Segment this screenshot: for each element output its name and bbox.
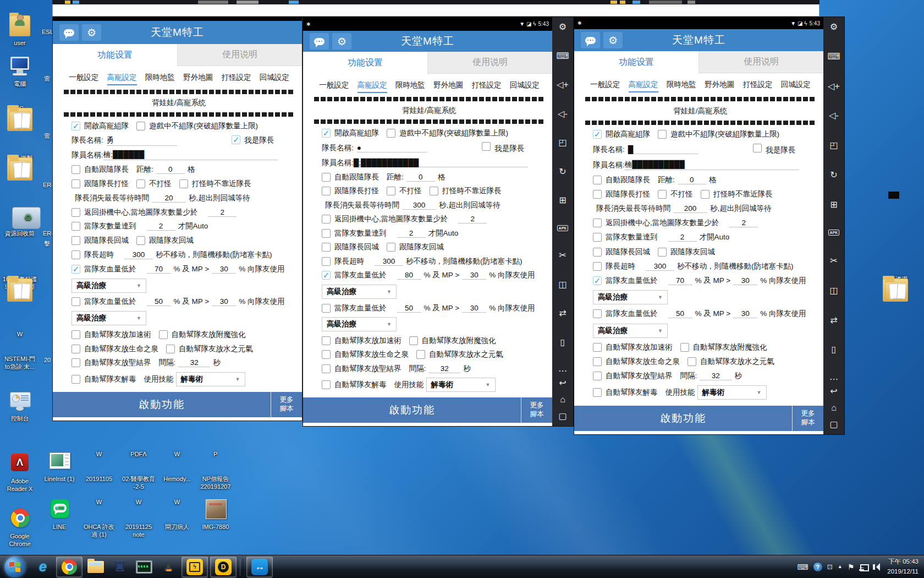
scissors-icon[interactable]: ✂ — [559, 251, 566, 260]
tab-instructions[interactable]: 使用说明 — [698, 51, 823, 73]
desktop-icon-開刀病人[interactable]: W開刀病人 — [157, 498, 197, 531]
auto-detox-checkbox[interactable] — [593, 388, 602, 397]
speed-buff-checkbox[interactable] — [322, 336, 331, 345]
no-approach-when-attack-checkbox[interactable] — [701, 190, 710, 199]
i-am-leader-checkbox[interactable] — [753, 144, 762, 152]
speed-buff-checkbox[interactable] — [593, 343, 602, 352]
more-scripts-button[interactable]: 更多腳本 — [521, 397, 552, 423]
taskbar-multi-instance[interactable]: ϟ — [182, 557, 208, 577]
start-function-button[interactable]: 啟動功能 — [303, 397, 521, 423]
desktop-icon-LineInst-1-[interactable]: LineInst (1) — [40, 450, 79, 483]
open-pet-team-checkbox[interactable]: ✓ — [322, 129, 331, 138]
subtab-2[interactable]: 限時地監 — [667, 79, 696, 92]
subtab-3[interactable]: 野外地圖 — [705, 79, 734, 92]
desktop-icon-108年專科護[interactable]: 108年專科護理師 - 複製 — [0, 275, 40, 291]
auto-detox-checkbox[interactable] — [322, 380, 331, 389]
follow-distance-input[interactable]: 0 — [678, 176, 706, 184]
desktop-icon-user[interactable]: user — [0, 14, 40, 47]
desktop-icon-Adobe[interactable]: ΛAdobeReader X — [0, 452, 40, 493]
no-attack-checkbox[interactable] — [387, 187, 395, 195]
desktop-icon-3G-複製[interactable]: 3G - 複製 — [0, 154, 40, 162]
heal2-checkbox[interactable] — [72, 297, 80, 306]
tray-hidden-window-icon[interactable]: ⊡ — [827, 564, 833, 570]
tab-function-settings[interactable]: 功能设置 — [53, 44, 177, 66]
member-name-input[interactable]: 楠██████████ — [625, 160, 799, 170]
life-spring-checkbox[interactable] — [322, 350, 331, 359]
auto-follow-leader-checkbox[interactable] — [72, 165, 80, 174]
return-hang-center-checkbox[interactable] — [593, 219, 602, 227]
timeout-seconds-input[interactable]: 300 — [375, 257, 403, 266]
i-am-leader-checkbox[interactable] — [482, 142, 491, 151]
screen-record-icon[interactable]: ◫ — [829, 286, 838, 295]
follow-distance-input[interactable]: 0 — [156, 165, 185, 174]
subtab-2[interactable]: 限時地監 — [145, 72, 175, 85]
return-hang-center-checkbox[interactable] — [72, 208, 80, 217]
follow-distance-input[interactable]: 0 — [406, 173, 435, 182]
recents-icon[interactable]: ▢ — [829, 420, 838, 429]
heal2-skill-dropdown[interactable]: 高級治療▼ — [72, 311, 146, 325]
tab-function-settings[interactable]: 功能设置 — [303, 52, 427, 74]
volume-down-icon[interactable]: ◁- — [558, 110, 568, 118]
tray-volume-icon[interactable] — [874, 563, 880, 571]
member-count-auto-checkbox[interactable] — [322, 229, 331, 238]
tray-show-hidden-icon[interactable]: ▲ — [838, 564, 843, 569]
heal2-hp-input[interactable]: 50 — [147, 297, 171, 306]
chat-button[interactable] — [581, 32, 600, 48]
settings-button[interactable]: ⚙ — [332, 33, 351, 50]
follow-member-return-checkbox[interactable] — [387, 243, 395, 252]
subtab-4[interactable]: 打怪設定 — [221, 72, 251, 85]
enchant-buff-checkbox[interactable] — [409, 336, 418, 345]
shake-icon[interactable]: ▯ — [560, 338, 565, 347]
heal1-hp-input[interactable]: 80 — [397, 271, 421, 280]
no-approach-when-attack-checkbox[interactable] — [430, 187, 438, 195]
leader-name-input[interactable]: 勇 — [107, 135, 177, 146]
settings-icon[interactable]: ⚙ — [559, 23, 566, 31]
follow-leader-return-checkbox[interactable] — [593, 248, 602, 257]
clone-window-icon[interactable]: ⊞ — [830, 200, 837, 209]
more-scripts-button[interactable]: 更多腳本 — [271, 392, 302, 417]
apk-install-icon[interactable]: APK — [557, 225, 569, 231]
settings-button[interactable]: ⚙ — [82, 24, 101, 41]
home-icon[interactable]: ⌂ — [560, 395, 565, 404]
heal1-hp-input[interactable]: 70 — [147, 265, 171, 274]
life-spring-checkbox[interactable] — [593, 357, 602, 366]
taskbar-clock[interactable]: 下午 05:43 2019/12/11 — [885, 557, 919, 576]
heal1-checkbox[interactable]: ✓ — [322, 271, 331, 280]
desktop-icon-Google[interactable]: GoogleChrome — [0, 508, 40, 548]
detox-skill-dropdown[interactable]: 解毒術▼ — [426, 378, 496, 392]
recents-icon[interactable]: ▢ — [558, 412, 566, 421]
fullscreen-icon[interactable]: ◰ — [558, 138, 566, 147]
screen-record-icon[interactable]: ◫ — [558, 280, 566, 289]
desktop-icon-IMG-7880[interactable]: IMG-7880 — [196, 498, 235, 531]
home-icon[interactable]: ⌂ — [831, 403, 837, 412]
follow-leader-attack-checkbox[interactable] — [593, 190, 602, 199]
leader-lost-wait-input[interactable]: 300 — [402, 201, 436, 210]
volume-up-icon[interactable]: ◁+ — [557, 80, 569, 89]
holy-interval-input[interactable]: 32 — [700, 372, 732, 380]
clone-window-icon[interactable]: ⊞ — [559, 196, 566, 205]
heal2-skill-dropdown[interactable]: 高級治療▼ — [593, 324, 668, 338]
subtab-3[interactable]: 野外地圖 — [183, 72, 213, 85]
heal1-mp-input[interactable]: 30 — [462, 271, 486, 280]
leader-timeout-checkbox[interactable] — [593, 262, 602, 271]
taskbar-agent-spy[interactable]: ♟ — [157, 557, 179, 577]
heal1-skill-dropdown[interactable]: 高級治療▼ — [322, 285, 397, 299]
return-hang-center-checkbox[interactable] — [322, 215, 331, 223]
map-member-min-input[interactable]: 2 — [208, 208, 237, 217]
follow-leader-return-checkbox[interactable] — [322, 243, 331, 252]
enchant-buff-checkbox[interactable] — [159, 330, 168, 339]
tray-help-icon[interactable]: ? — [813, 563, 822, 571]
detox-skill-dropdown[interactable]: 解毒術▼ — [176, 372, 245, 386]
no-approach-when-attack-checkbox[interactable] — [179, 179, 188, 188]
start-button[interactable] — [4, 557, 25, 577]
no-attack-checkbox[interactable] — [136, 179, 145, 188]
tab-instructions[interactable]: 使用说明 — [427, 52, 552, 74]
heal1-mp-input[interactable]: 30 — [733, 276, 757, 285]
speed-buff-checkbox[interactable] — [72, 330, 80, 339]
no-team-in-game-checkbox[interactable] — [387, 129, 395, 138]
desktop-icon-LINE[interactable]: LINELINE — [40, 498, 79, 531]
operation-recorder-icon[interactable]: ↻ — [830, 171, 837, 179]
desktop-icon-資源回收筒[interactable]: ♻資源回收筒 — [0, 205, 40, 237]
heal2-hp-input[interactable]: 50 — [668, 309, 692, 318]
map-member-min-input[interactable]: 2 — [729, 219, 758, 227]
